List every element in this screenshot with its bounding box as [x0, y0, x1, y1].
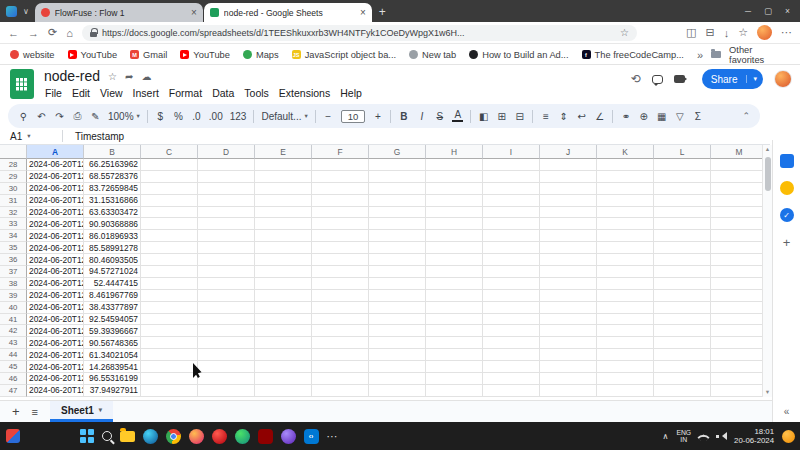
cell[interactable] — [255, 254, 312, 266]
cell[interactable] — [483, 373, 540, 385]
cell[interactable] — [654, 349, 711, 361]
cell[interactable] — [540, 337, 597, 349]
italic-button[interactable]: I — [416, 111, 427, 122]
cell[interactable] — [597, 183, 654, 195]
language-indicator[interactable]: ENG IN — [676, 429, 691, 444]
cell[interactable] — [426, 242, 483, 254]
cell[interactable]: 80.46093505 — [84, 254, 141, 266]
cell[interactable] — [141, 218, 198, 230]
cell[interactable] — [426, 278, 483, 290]
row-header[interactable]: 42 — [0, 325, 27, 337]
zoom-select[interactable]: 100%▾ — [108, 111, 140, 122]
row-header[interactable]: 40 — [0, 302, 27, 314]
cell[interactable] — [312, 254, 369, 266]
more-apps-icon[interactable]: ⋯ — [327, 430, 338, 443]
cell[interactable] — [483, 278, 540, 290]
cell[interactable] — [369, 171, 426, 183]
cell[interactable] — [198, 195, 255, 207]
cell[interactable] — [711, 207, 762, 219]
cell[interactable] — [312, 218, 369, 230]
meet-camera-icon[interactable] — [674, 75, 685, 83]
downloads-icon[interactable]: ↓ — [724, 27, 730, 39]
cell[interactable] — [426, 290, 483, 302]
column-header-B[interactable]: B — [84, 145, 141, 159]
cell[interactable] — [711, 278, 762, 290]
notification-badge[interactable] — [782, 430, 795, 443]
widgets-icon[interactable] — [6, 429, 20, 443]
maximize-button[interactable]: ▢ — [764, 6, 772, 16]
increase-font-size-button[interactable]: + — [372, 111, 383, 122]
column-header-K[interactable]: K — [597, 145, 654, 159]
cell[interactable] — [483, 183, 540, 195]
hide-toolbar-icon[interactable]: ⌃ — [742, 111, 750, 121]
cell[interactable] — [711, 242, 762, 254]
cell[interactable] — [483, 325, 540, 337]
cell[interactable] — [141, 207, 198, 219]
cell[interactable] — [426, 361, 483, 373]
cell[interactable] — [198, 218, 255, 230]
menu-data[interactable]: Data — [207, 86, 239, 100]
share-caret-icon[interactable]: ▾ — [746, 75, 763, 83]
cell[interactable] — [312, 385, 369, 397]
decrease-font-size-button[interactable]: − — [323, 111, 334, 122]
cell[interactable] — [369, 195, 426, 207]
cell[interactable] — [141, 361, 198, 373]
cell[interactable] — [369, 337, 426, 349]
cell[interactable]: 94.57271024 — [84, 266, 141, 278]
text-wrap-button[interactable]: ↩ — [576, 111, 587, 122]
cell[interactable] — [597, 349, 654, 361]
cell[interactable] — [369, 314, 426, 326]
cell[interactable] — [540, 385, 597, 397]
cell[interactable] — [312, 302, 369, 314]
cell[interactable] — [711, 361, 762, 373]
row-header[interactable]: 36 — [0, 254, 27, 266]
cell[interactable] — [426, 349, 483, 361]
cell[interactable] — [597, 325, 654, 337]
cell[interactable] — [312, 314, 369, 326]
cell[interactable] — [255, 159, 312, 171]
calendar-icon[interactable] — [780, 154, 794, 168]
cell[interactable] — [483, 254, 540, 266]
taskbar-clock[interactable]: 18:01 20-06-2024 — [734, 427, 774, 445]
cell[interactable] — [654, 278, 711, 290]
cell[interactable] — [540, 230, 597, 242]
cell[interactable] — [141, 278, 198, 290]
cell[interactable] — [654, 302, 711, 314]
cell[interactable]: 2024-06-20T12: — [27, 302, 84, 314]
cell[interactable]: 2024-06-20T12: — [27, 314, 84, 326]
cell[interactable] — [141, 183, 198, 195]
cell[interactable] — [312, 337, 369, 349]
cell[interactable] — [369, 218, 426, 230]
cell[interactable] — [426, 183, 483, 195]
cell[interactable] — [654, 218, 711, 230]
create-filter-button[interactable]: ▽ — [674, 111, 685, 122]
cell[interactable] — [654, 195, 711, 207]
cell[interactable] — [540, 242, 597, 254]
menu-file[interactable]: File — [40, 86, 67, 100]
cell[interactable]: 2024-06-20T12: — [27, 207, 84, 219]
bookmark-item[interactable]: YouTube — [68, 50, 118, 60]
vertical-scrollbar[interactable]: ▲ ▼ — [762, 145, 772, 397]
cell[interactable] — [597, 230, 654, 242]
cell[interactable] — [198, 290, 255, 302]
cell[interactable]: 2024-06-20T12: — [27, 290, 84, 302]
cell[interactable] — [426, 373, 483, 385]
cell[interactable]: 85.58991278 — [84, 242, 141, 254]
cell[interactable] — [597, 314, 654, 326]
cell[interactable] — [597, 242, 654, 254]
row-header[interactable]: 46 — [0, 373, 27, 385]
favorite-star-icon[interactable]: ☆ — [620, 27, 629, 38]
cell[interactable] — [540, 171, 597, 183]
column-header-I[interactable]: I — [483, 145, 540, 159]
cell[interactable] — [540, 361, 597, 373]
add-sheet-button[interactable]: + — [12, 404, 20, 419]
cell[interactable] — [369, 325, 426, 337]
cell[interactable] — [711, 254, 762, 266]
cell[interactable] — [540, 325, 597, 337]
cell[interactable]: 2024-06-20T12: — [27, 361, 84, 373]
new-tab-button[interactable]: + — [379, 5, 386, 19]
cell[interactable] — [597, 337, 654, 349]
cell[interactable] — [597, 290, 654, 302]
cell[interactable] — [540, 302, 597, 314]
cell[interactable] — [426, 218, 483, 230]
